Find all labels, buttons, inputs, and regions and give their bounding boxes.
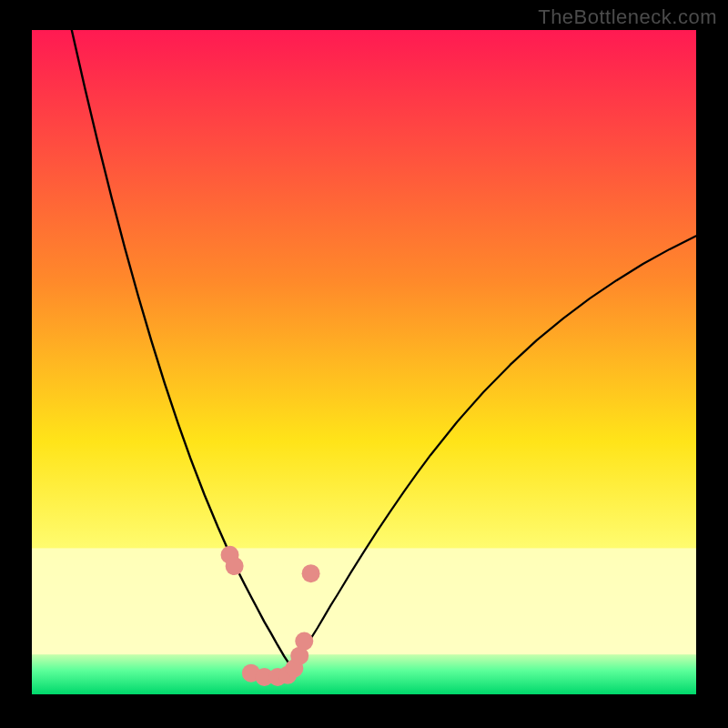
chart-stage: TheBottleneck.com [0, 0, 728, 728]
curve-marker [295, 632, 313, 651]
plot-area [32, 30, 696, 694]
bottleneck-chart [0, 0, 728, 728]
pale-band [32, 548, 696, 654]
watermark-text: TheBottleneck.com [538, 5, 717, 29]
green-band [32, 654, 696, 694]
curve-marker [302, 564, 320, 582]
curve-marker [226, 557, 244, 575]
